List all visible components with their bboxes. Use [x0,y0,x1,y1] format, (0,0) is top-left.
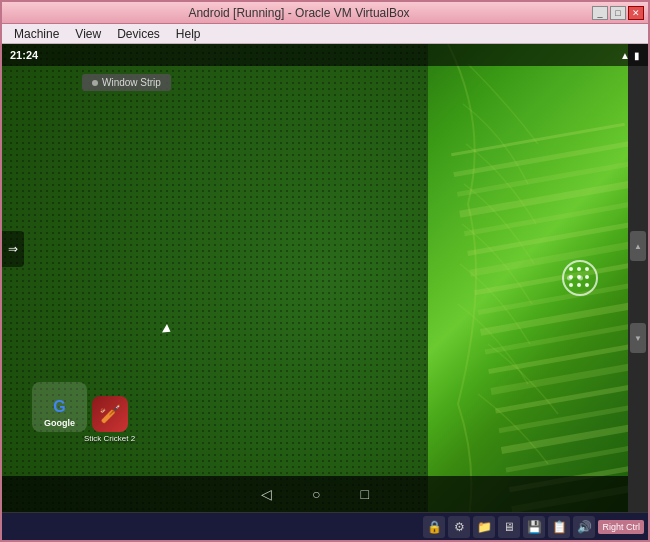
grid-dot [577,267,581,271]
menu-help[interactable]: Help [168,26,209,42]
dot-pattern [2,44,448,512]
wifi-icon: ▲ [620,50,630,61]
nav-back-button[interactable]: ◁ [261,486,272,502]
title-bar: Android [Running] - Oracle VM VirtualBox… [2,2,648,24]
window-strip-tooltip: Window Strip [82,74,171,91]
menu-machine[interactable]: Machine [6,26,67,42]
down-arrow-button[interactable]: ▼ [630,323,646,353]
virtualbox-window: Android [Running] - Oracle VM VirtualBox… [0,0,650,542]
google-text: Google [32,418,87,428]
taskbar-icon-5[interactable]: 💾 [523,516,545,538]
google-widget[interactable]: G Google [32,382,87,432]
grid-dot [569,267,573,271]
nav-recent-button[interactable]: □ [361,486,369,502]
battery-icon: ▮ [634,50,640,61]
grid-dot [585,283,589,287]
apps-grid-icon [569,267,591,289]
grid-dot [577,275,581,279]
right-side-buttons: ▲ ▼ [628,44,648,512]
nav-home-button[interactable]: ○ [312,486,320,502]
window-title: Android [Running] - Oracle VM VirtualBox [6,6,592,20]
vm-content: 21:24 ▲ ▮ Window Strip ⇒ [2,44,648,512]
volume-up-icon: ▲ [634,242,642,251]
minimize-button[interactable]: _ [592,6,608,20]
android-screen[interactable]: 21:24 ▲ ▮ Window Strip ⇒ [2,44,648,512]
window-strip-dot [92,80,98,86]
status-time: 21:24 [10,49,38,61]
down-arrow-icon: ▼ [634,334,642,343]
grid-dot [569,283,573,287]
leaf-svg [428,44,648,512]
menu-view[interactable]: View [67,26,109,42]
leaf-image [428,44,648,512]
taskbar-icon-3[interactable]: 📁 [473,516,495,538]
right-ctrl-label: Right Ctrl [598,520,644,534]
side-arrow-button[interactable]: ⇒ [2,231,24,267]
window-buttons: _ □ ✕ [592,6,644,20]
close-button[interactable]: ✕ [628,6,644,20]
window-strip-label: Window Strip [102,77,161,88]
stick-cricket-image [92,396,128,432]
taskbar-icon-6[interactable]: 📋 [548,516,570,538]
grid-dot [577,283,581,287]
grid-dot [569,275,573,279]
apps-grid-button[interactable] [562,260,598,296]
grid-dot [585,275,589,279]
volume-up-button[interactable]: ▲ [630,231,646,261]
maximize-button[interactable]: □ [610,6,626,20]
menu-bar: Machine View Devices Help [2,24,648,44]
status-icons: ▲ ▮ [620,50,640,61]
android-nav-bar: ◁ ○ □ [2,476,628,512]
windows-taskbar: 🔒 ⚙ 📁 🖥 💾 📋 🔊 Right Ctrl [2,512,648,540]
side-arrow-icon: ⇒ [8,242,18,256]
grid-dot [585,267,589,271]
menu-devices[interactable]: Devices [109,26,168,42]
stick-cricket-label: Stick Cricket 2 [84,434,135,444]
google-label: G [53,398,65,416]
status-bar: 21:24 ▲ ▮ [2,44,648,66]
taskbar-icon-1[interactable]: 🔒 [423,516,445,538]
taskbar-icon-4[interactable]: 🖥 [498,516,520,538]
taskbar-icon-2[interactable]: ⚙ [448,516,470,538]
taskbar-icon-7[interactable]: 🔊 [573,516,595,538]
stick-cricket-icon[interactable]: Stick Cricket 2 [84,396,135,444]
